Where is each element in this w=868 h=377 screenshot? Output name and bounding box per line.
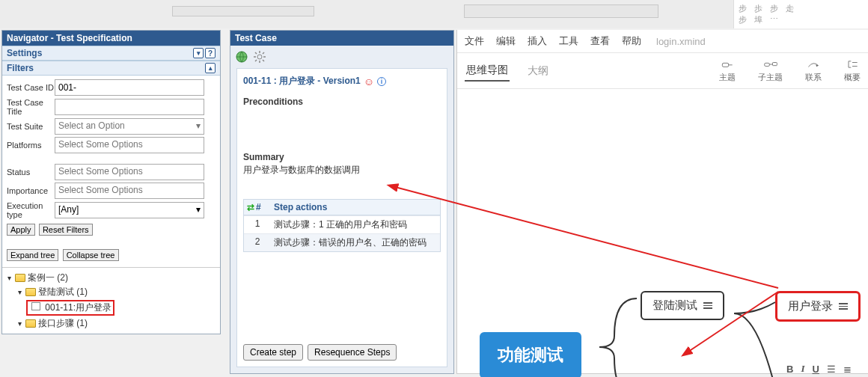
reset-button[interactable]: Reset Filters: [39, 224, 93, 236]
testcase-panel: Test Case 001-11 : 用户登录 - Version1 ☺ i P…: [230, 30, 454, 374]
importance-select[interactable]: Select Some Options: [55, 183, 204, 199]
status-label: Status: [7, 168, 55, 177]
step-num: 2: [244, 234, 271, 251]
node-login-test[interactable]: 登陆测试: [641, 291, 724, 320]
tree-toggle-icon[interactable]: ▾: [16, 319, 23, 328]
italic-button[interactable]: I: [801, 363, 804, 375]
gear-icon[interactable]: [253, 50, 266, 64]
navigator-panel: Navigator - Test Specification Settings …: [1, 30, 221, 334]
settings-collapse-icon[interactable]: ▾: [193, 48, 204, 58]
summary-text: 用户登录与数据库的数据调用: [243, 164, 441, 177]
step-row[interactable]: 1 测试步骤：1 正确的用户名和密码: [244, 215, 440, 233]
steps-actions-header: Step actions: [271, 200, 440, 215]
navigator-title: Navigator - Test Specification: [2, 31, 220, 46]
testcase-title: 001-11 : 用户登录 - Version1: [243, 75, 361, 88]
step-text: 测试步骤：1 正确的用户名和密码: [271, 216, 440, 233]
status-select[interactable]: Select Some Options: [55, 164, 204, 180]
suite-label: Test Suite: [7, 122, 55, 131]
menu-tools[interactable]: 工具: [559, 34, 578, 48]
menu-help[interactable]: 帮助: [622, 34, 641, 48]
apply-button[interactable]: Apply: [7, 224, 35, 236]
tc-id-label: Test Case ID: [7, 83, 55, 92]
svg-rect-12: [764, 63, 769, 66]
tree-selected-highlight: 001-11:用户登录: [26, 300, 114, 316]
tree-root[interactable]: ▾ 案例一 (2): [4, 271, 218, 285]
testcase-body: 001-11 : 用户登录 - Version1 ☺ i Preconditio…: [236, 68, 447, 367]
menu-insert[interactable]: 插入: [528, 34, 547, 48]
svg-rect-14: [772, 63, 777, 66]
ghost-icon: ☺: [364, 76, 374, 88]
background-toolbar: 步歩步歨 步埠⋯: [0, 0, 868, 28]
action-outline[interactable]: 概要: [844, 58, 861, 83]
tc-title-label: Test Case Title: [7, 98, 55, 116]
settings-label: Settings: [7, 48, 42, 58]
action-relate[interactable]: 联系: [805, 58, 822, 83]
menu-view[interactable]: 查看: [590, 34, 610, 48]
suite-select[interactable]: Select an Option ▾: [55, 118, 204, 135]
step-num: 1: [244, 216, 271, 233]
steps-hash-header: ⇄#: [244, 200, 271, 215]
expand-tree-button[interactable]: Expand tree: [7, 249, 58, 261]
connector-icon: [734, 313, 779, 377]
mindmap-canvas[interactable]: 功能测试 登陆测试 用户登录 接口 B I U ☰ ≣ 用户登录与数据库的数据调…: [457, 89, 868, 358]
create-step-button[interactable]: Create step: [243, 344, 303, 361]
svg-line-6: [255, 52, 257, 54]
tc-id-input[interactable]: [55, 79, 204, 96]
svg-rect-10: [722, 63, 728, 67]
step-row[interactable]: 2 测试步骤：错误的用户名、正确的密码: [244, 233, 440, 251]
testcase-panel-title: Test Case: [230, 31, 453, 46]
folder-icon: [15, 274, 25, 282]
svg-line-9: [255, 60, 257, 61]
tab-outline[interactable]: 大纲: [526, 61, 550, 81]
burger-icon: [839, 303, 848, 310]
bold-button[interactable]: B: [786, 364, 793, 375]
tree-leaf1[interactable]: 001-11:用户登录: [25, 299, 218, 316]
burger-icon: [703, 302, 712, 309]
filters-section[interactable]: Filters ▴: [2, 61, 220, 76]
svg-point-1: [257, 55, 262, 59]
tc-title-input[interactable]: [55, 99, 204, 115]
mindmap-window: 文件 编辑 插入 工具 查看 帮助 login.xmind 思维导图 大纲 主题…: [456, 30, 868, 374]
step-text: 测试步骤：错误的用户名、正确的密码: [271, 234, 440, 251]
connector-icon: [734, 298, 779, 328]
menu-file[interactable]: 文件: [465, 34, 484, 48]
platforms-select[interactable]: Select Some Options: [55, 137, 204, 153]
tree-sub2[interactable]: ▾ 接口步骤 (1): [14, 316, 218, 331]
svg-line-7: [263, 60, 264, 61]
action-subtopic[interactable]: 子主题: [758, 58, 783, 83]
settings-section[interactable]: Settings ▾ ?: [2, 46, 220, 61]
node-user-login[interactable]: 用户登录: [775, 291, 861, 322]
bullet-list-icon[interactable]: ☰: [827, 364, 836, 375]
testcase-title-row: 001-11 : 用户登录 - Version1 ☺ i: [243, 75, 441, 88]
filters-collapse-icon[interactable]: ▴: [205, 63, 216, 73]
tree-sub1[interactable]: ▾ 登陆测试 (1): [14, 285, 218, 299]
info-icon[interactable]: i: [377, 77, 386, 86]
filters-label: Filters: [7, 63, 34, 73]
filters-body: Test Case ID Test Case Title Test Suite …: [2, 76, 220, 267]
help-icon[interactable]: ?: [205, 48, 216, 58]
numbered-list-icon[interactable]: ≣: [843, 364, 852, 375]
testcase-toolbar: [230, 46, 453, 68]
tree-leaf1-label: 001-11:用户登录: [45, 302, 111, 313]
tab-mindmap[interactable]: 思维导图: [465, 61, 510, 82]
tree-toggle-icon[interactable]: ▾: [16, 288, 23, 296]
mindmap-view-tabs: 思维导图 大纲 主题 子主题 联系 概要: [457, 53, 868, 89]
menu-edit[interactable]: 编辑: [496, 34, 516, 48]
exec-select[interactable]: [Any] ▾: [55, 202, 204, 218]
collapse-tree-button[interactable]: Collapse tree: [63, 249, 119, 261]
resequence-button[interactable]: Resequence Steps: [308, 344, 397, 361]
globe-icon[interactable]: [235, 50, 248, 64]
tree-root-label: 案例一 (2): [28, 272, 68, 284]
action-topic[interactable]: 主题: [719, 58, 736, 83]
tree-sub1-label: 登陆测试 (1): [38, 286, 88, 298]
summary-label: Summary: [243, 152, 441, 162]
folder-icon: [25, 288, 36, 296]
folder-icon: [25, 319, 36, 328]
underline-button[interactable]: U: [812, 364, 819, 375]
tree-sub2-label: 接口步骤 (1): [38, 317, 88, 330]
file-icon: [31, 302, 40, 310]
node-main[interactable]: 功能测试: [480, 332, 581, 377]
tree-toggle-icon[interactable]: ▾: [5, 274, 13, 282]
platforms-label: Platforms: [7, 141, 55, 150]
exec-label: Execution type: [7, 201, 55, 219]
